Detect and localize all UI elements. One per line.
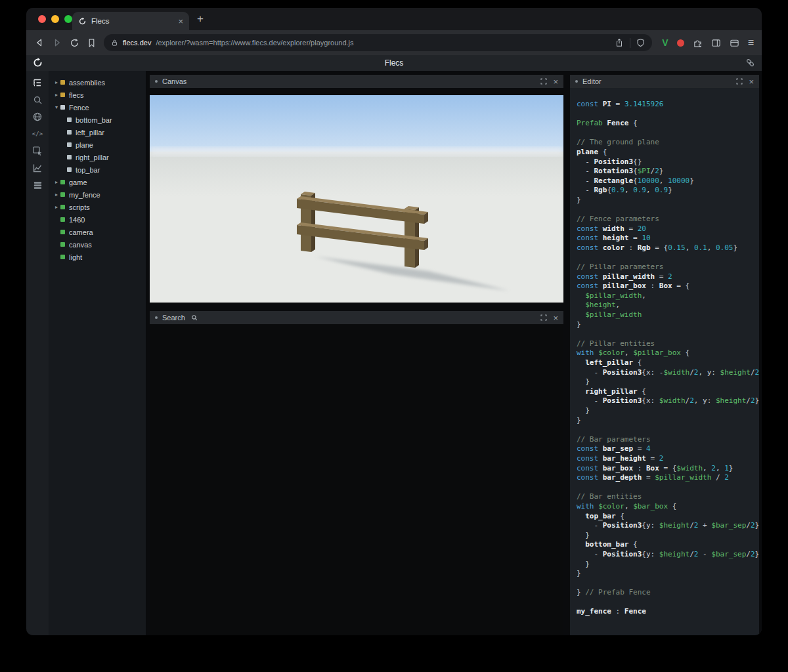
3d-viewport[interactable] <box>150 95 563 303</box>
tree-item-1460[interactable]: 1460 <box>49 213 146 226</box>
entity-entity-icon <box>60 242 65 247</box>
shield-icon[interactable] <box>636 38 645 47</box>
browser-menu-icon[interactable]: ≡ <box>748 37 754 49</box>
expand-icon[interactable] <box>540 314 547 321</box>
share-link-icon[interactable] <box>745 58 755 70</box>
tree-item-camera[interactable]: camera <box>49 226 146 238</box>
search-panel-title: Search <box>162 314 185 322</box>
code-line: - Position3{y: $height/2 - $bar_sep/2} <box>577 550 759 560</box>
tree-collapsed-icon[interactable]: ▸ <box>53 92 60 98</box>
code-line: } <box>577 320 759 330</box>
tree-item-label: canvas <box>69 241 92 249</box>
tree-item-Fence[interactable]: ▾Fence <box>49 101 146 114</box>
code-line: left_pillar { <box>577 358 759 368</box>
tree-item-canvas[interactable]: canvas <box>49 238 146 251</box>
code-line: - Position3{y: $height/2 + $bar_sep/2} <box>577 521 759 531</box>
tree-item-label: light <box>69 253 82 261</box>
extensions-puzzle-icon[interactable] <box>693 38 703 48</box>
new-tab-button[interactable]: + <box>197 12 204 26</box>
flecs-explorer-app: Flecs </> ▸a <box>26 55 762 635</box>
world-icon[interactable] <box>32 111 43 123</box>
close-icon[interactable]: × <box>553 314 558 322</box>
editor-panel-header: Editor × <box>570 75 759 88</box>
code-line: } <box>577 196 759 205</box>
code-line: } <box>577 377 759 387</box>
code-line <box>577 205 759 215</box>
code-line: const pillar_box : Box = { <box>577 282 759 291</box>
tree-item-label: camera <box>69 228 93 236</box>
code-line: } <box>577 531 759 541</box>
sky <box>150 95 563 156</box>
tree-item-bottom_bar[interactable]: bottom_bar <box>49 114 146 126</box>
tree-item-plane[interactable]: plane <box>49 138 146 151</box>
tree-item-top_bar[interactable]: top_bar <box>49 163 146 176</box>
tree-item-light[interactable]: light <box>49 251 146 263</box>
horizon-haze <box>150 148 563 156</box>
code-line <box>577 253 759 263</box>
bookmark-icon[interactable] <box>87 38 97 48</box>
code-line: const color : Rgb = {0.15, 0.1, 0.05} <box>577 243 759 253</box>
code-line <box>577 425 759 435</box>
code-line: } // Prefab Fence <box>577 588 759 598</box>
tree-item-left_pillar[interactable]: left_pillar <box>49 126 146 138</box>
stats-chart-icon[interactable] <box>32 162 43 174</box>
search-icon[interactable] <box>32 94 43 106</box>
record-extension-icon[interactable] <box>677 39 684 47</box>
tree-expanded-icon[interactable]: ▾ <box>53 104 60 110</box>
code-line: } <box>577 569 759 579</box>
tree-collapsed-icon[interactable]: ▸ <box>53 79 60 85</box>
canvas-panel-title: Canvas <box>162 77 186 85</box>
panel-bullet-icon <box>155 316 158 319</box>
v-extension-icon[interactable]: V <box>662 37 668 48</box>
close-icon[interactable]: × <box>553 77 558 86</box>
code-line: - Rectangle{10000, 10000} <box>577 177 759 186</box>
tree-item-flecs[interactable]: ▸flecs <box>49 89 146 101</box>
editor-panel: Editor × const PI = 3.1415926 Prefab Fen… <box>570 75 759 635</box>
forward-icon[interactable] <box>52 37 62 48</box>
tree-item-label: scripts <box>69 203 90 211</box>
tree-item-label: assemblies <box>69 79 105 87</box>
tree-item-scripts[interactable]: ▸scripts <box>49 201 146 213</box>
script-editor[interactable]: const PI = 3.1415926 Prefab Fence { // T… <box>570 88 759 635</box>
url-bar[interactable]: flecs.dev /explorer/?wasm=https://www.fl… <box>104 34 652 51</box>
script-editor-icon[interactable]: </> <box>32 128 43 140</box>
canvas-panel: Canvas × <box>150 75 563 303</box>
editor-panel-title: Editor <box>582 77 602 85</box>
share-icon[interactable] <box>615 38 624 47</box>
tree-item-label: plane <box>76 141 93 149</box>
tree-item-right_pillar[interactable]: right_pillar <box>49 151 146 163</box>
window-close-button[interactable] <box>38 15 46 23</box>
code-line <box>577 579 759 589</box>
tree-collapsed-icon[interactable]: ▸ <box>53 204 60 210</box>
expand-icon[interactable] <box>540 78 547 85</box>
code-line <box>577 598 759 608</box>
inspect-icon[interactable] <box>32 145 43 157</box>
reload-icon[interactable] <box>70 38 79 48</box>
tree-item-label: top_bar <box>76 166 100 174</box>
tables-icon[interactable] <box>32 179 43 191</box>
tree-item-label: bottom_bar <box>76 116 112 124</box>
code-line: - Position3{x: $width/2, y: $height/2} <box>577 396 759 406</box>
window-zoom-button[interactable] <box>64 15 72 23</box>
entity-tree-icon[interactable] <box>32 77 43 89</box>
tree-collapsed-icon[interactable]: ▸ <box>53 179 60 185</box>
back-icon[interactable] <box>34 37 45 48</box>
browser-tab[interactable]: Flecs × <box>72 12 189 30</box>
tree-item-label: flecs <box>69 91 84 99</box>
tab-close-icon[interactable]: × <box>178 17 183 26</box>
tree-collapsed-icon[interactable]: ▸ <box>53 192 60 198</box>
code-line: Prefab Fence { <box>577 119 759 129</box>
close-icon[interactable]: × <box>749 77 754 86</box>
panel-bullet-icon <box>575 80 578 83</box>
center-column: Canvas × <box>150 75 563 635</box>
tree-item-assemblies[interactable]: ▸assemblies <box>49 76 146 89</box>
tree-item-game[interactable]: ▸game <box>49 176 146 188</box>
tree-item-my_fence[interactable]: ▸my_fence <box>49 188 146 201</box>
sidebar-panel-icon[interactable] <box>711 38 721 48</box>
entity-tree-panel: ▸assemblies▸flecs▾Fencebottom_barleft_pi… <box>49 71 146 635</box>
wallet-icon[interactable] <box>730 38 739 48</box>
app-header: Flecs <box>26 55 762 71</box>
expand-icon[interactable] <box>736 78 743 85</box>
entity-child-icon <box>67 130 72 135</box>
window-minimize-button[interactable] <box>51 15 59 23</box>
